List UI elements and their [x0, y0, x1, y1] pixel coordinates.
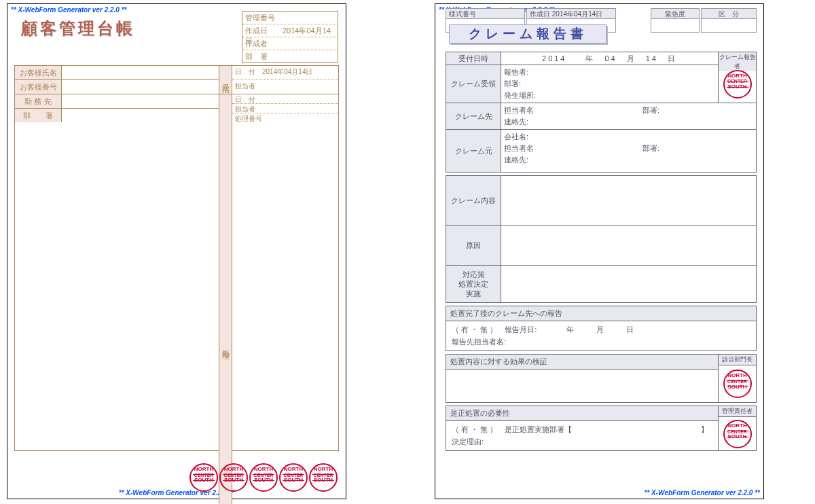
post-report-header: 処置完了後のクレーム先への報告	[446, 306, 756, 321]
main-area: 受付日時 2014 年 04 月 14 日 クレーム報告者 クレーム受領 報告者…	[446, 52, 757, 488]
watermark: ** X-WebForm Generator ver 2.2.0 **	[645, 489, 760, 497]
process-label: 処理	[219, 94, 232, 504]
approval-stamp: NORTHCENTERSOUTH	[219, 463, 248, 492]
receiptdate-label: 受付日時	[446, 52, 501, 65]
corrective-section: 是正処置の必要性 （ 有 ・ 無 ） 是正処置実施部署【】 決定理由: 管理責任…	[446, 406, 757, 451]
cause-label: 原因	[446, 226, 501, 265]
receiptdate-value: 2014 年 04 月 14 日	[501, 52, 718, 65]
urgency-field[interactable]	[651, 19, 699, 32]
bottom-stamp-row: NORTHCENTERSOUTH NORTHCENTERSOUTH NORTHC…	[189, 463, 338, 492]
date2-label: 日 付	[232, 94, 338, 104]
creator-label: 作成者	[245, 39, 283, 49]
post-report-block: 処置完了後のクレーム先への報告 （ 有 ・ 無 ） 報告月日: 年 月 日 報告…	[446, 306, 757, 351]
form-title: クレーム報告書	[450, 25, 606, 43]
dept-mgr-label: 該当部門長	[719, 355, 756, 365]
category-label: 区 分	[702, 9, 756, 19]
title-box: クレーム報告書	[449, 24, 606, 43]
approval-stamp: NORTHCENTERSOUTH	[309, 463, 338, 492]
category-field[interactable]	[702, 19, 756, 32]
dept-label: 部 署	[15, 109, 62, 122]
createdate-label: 作成日	[530, 10, 550, 18]
urgency-label: 緊急度	[651, 9, 699, 19]
person-label: 担当者	[232, 80, 338, 94]
customer-no-label: お客様番号	[15, 80, 62, 94]
verify-header: 処置内容に対する効果の検証	[446, 355, 718, 370]
approval-stamp: NORTHCENTERSOUTH	[723, 370, 752, 398]
approval-stamp: NORTHCENTERSOUTH	[723, 420, 752, 448]
person2-label: 担当者	[232, 104, 338, 113]
header-meta: 管理番号 作成日2014年04月14日 作成者 部 署	[242, 11, 338, 63]
customer-name-field[interactable]	[62, 66, 219, 79]
form-title: 顧客管理台帳	[21, 18, 135, 39]
date-value: 2014年04月14日	[262, 68, 313, 75]
approval-stamp: NORTHCENTERSOUTH	[279, 463, 308, 492]
verify-body[interactable]	[446, 370, 718, 402]
receive-label: 受信	[219, 66, 232, 94]
corrective-body[interactable]: （ 有 ・ 無 ） 是正処置実施部署【】 決定理由:	[446, 421, 718, 450]
claim-dest-fields[interactable]: 担当者名部署: 連絡先:	[501, 103, 756, 129]
post-report-body[interactable]: （ 有 ・ 無 ） 報告月日: 年 月 日 報告先担当者名:	[446, 321, 756, 350]
claim-source-fields[interactable]: 会社名: 担当者名部署: 連絡先:	[501, 130, 756, 172]
dept-label: 部 署	[245, 52, 283, 62]
measure-label: 対応策処置決定実施	[446, 266, 501, 302]
customer-name-label: お客様氏名	[15, 66, 62, 79]
measure-field[interactable]	[501, 266, 756, 302]
manage-no-label: 管理番号	[245, 13, 283, 23]
main-table: お客様氏名 お客様番号 受信 日 付2014年04月14日 担当者 勤 務 先 …	[14, 65, 339, 451]
claim-receive-label: クレーム受領	[446, 65, 501, 103]
dept-field[interactable]	[62, 109, 219, 122]
corrective-header: 是正処置の必要性	[446, 406, 718, 421]
claim-report-form: ** X-WebForm Generator ver 2.2.0 ** ** X…	[435, 3, 764, 499]
date-label: 日 付	[235, 67, 262, 77]
claim-dest-label: クレーム先	[446, 103, 501, 129]
approval-stamp: NORTHCENTERSOUTH	[249, 463, 278, 492]
verify-section: 処置内容に対する効果の検証 該当部門長NORTHCENTERSOUTH	[446, 354, 757, 403]
claim-detail-table: クレーム内容 原因 対応策処置決定実施	[446, 175, 757, 303]
cause-field[interactable]	[501, 226, 756, 265]
formno-label: 様式番号	[446, 9, 524, 19]
work-field[interactable]	[62, 94, 219, 108]
claim-receive-fields[interactable]: 報告者: 部署: 発生場所:	[501, 65, 718, 103]
procno-label: 処理番号	[232, 113, 338, 122]
customer-ledger-form: ** X-WebForm Generator ver 2.2.0 ** ** X…	[7, 3, 346, 499]
claim-content-field[interactable]	[501, 176, 756, 225]
customer-no-field[interactable]	[62, 80, 219, 94]
create-date-label: 作成日	[245, 26, 283, 36]
watermark: ** X-WebForm Generator ver 2.2.0 **	[11, 6, 126, 14]
approval-stamp: NORTHCENTERSOUTH	[723, 70, 752, 98]
createdate-value: 2014年04月14日	[552, 10, 603, 18]
claim-source-label: クレーム元	[446, 130, 501, 172]
work-label: 勤 務 先	[15, 94, 62, 108]
approval-stamp: NORTHCENTERSOUTH	[189, 463, 218, 492]
mgr-label: 管理責任者	[719, 406, 756, 417]
claim-info-table: 受付日時 2014 年 04 月 14 日 クレーム報告者 クレーム受領 報告者…	[446, 52, 757, 173]
claim-content-label: クレーム内容	[446, 176, 501, 225]
